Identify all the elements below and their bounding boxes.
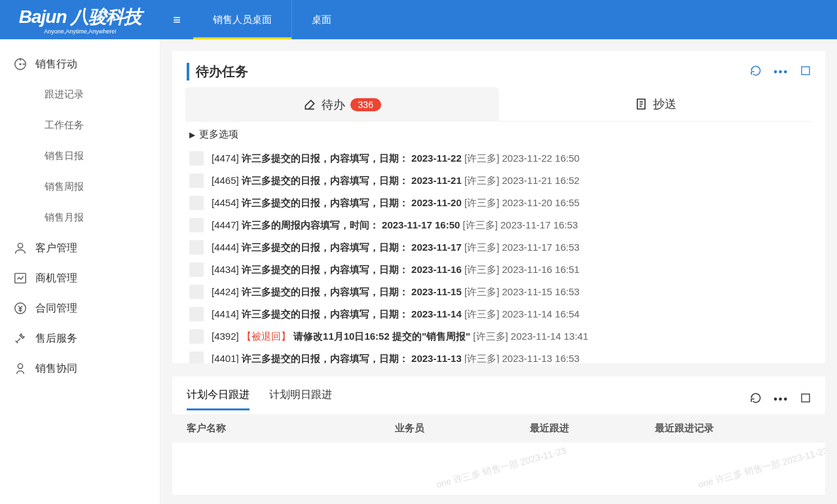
hamburger-icon[interactable]: ≡	[160, 12, 193, 27]
task-text: [4434] 许三多提交的日报，内容填写，日期： 2023-11-16 [许三多…	[212, 264, 580, 276]
refresh-icon[interactable]	[750, 392, 762, 406]
sidebar-label: 销售协同	[35, 362, 77, 376]
sidebar-item-customer[interactable]: 客户管理	[0, 233, 160, 263]
svg-point-5	[18, 364, 22, 369]
sidebar-item-opportunity[interactable]: 商机管理	[0, 263, 160, 293]
sidebar-item-aftersale[interactable]: 售后服务	[0, 323, 160, 353]
svg-point-1	[20, 63, 21, 65]
sidebar-label: 合同管理	[35, 302, 77, 315]
sidebar: 销售行动 跟进记录 工作任务 销售日报 销售周报 销售月报 客户管理 商机管理 …	[0, 39, 160, 504]
task-text: [4414] 许三多提交的日报，内容填写，日期： 2023-11-14 [许三多…	[212, 308, 580, 321]
task-row[interactable]: [4401] 许三多提交的日报，内容填写，日期： 2023-11-13 [许三多…	[189, 348, 808, 363]
sidebar-sub-tasks[interactable]: 工作任务	[0, 110, 160, 141]
target-icon	[13, 57, 28, 71]
task-text: [4392] 【被退回】 请修改11月10日16:52 提交的"销售周报" [许…	[212, 331, 588, 343]
task-checkbox[interactable]	[189, 307, 204, 321]
sidebar-item-collab[interactable]: 销售协同	[0, 353, 160, 384]
svg-point-2	[18, 243, 22, 248]
task-checkbox[interactable]	[189, 329, 204, 344]
tab-cc-label: 抄送	[653, 96, 677, 112]
tab-todo[interactable]: 待办 336	[185, 87, 499, 122]
task-checkbox[interactable]	[189, 173, 204, 188]
task-row[interactable]: [4454] 许三多提交的日报，内容填写，日期： 2023-11-20 [许三多…	[189, 192, 808, 214]
logo-tagline: Anyone,Anytime,Anywhere!	[44, 28, 117, 35]
yen-icon	[13, 301, 28, 315]
sidebar-sub-followup[interactable]: 跟进记录	[0, 79, 160, 110]
sidebar-sub-daily[interactable]: 销售日报	[0, 141, 160, 171]
tab-cc[interactable]: 抄送	[499, 87, 813, 122]
panel-title: 待办任务	[187, 63, 248, 81]
more-options-label: 更多选项	[199, 128, 238, 141]
logo: Bajun 八骏科技 Anyone,Anytime,Anywhere!	[0, 5, 160, 35]
task-list: [4474] 许三多提交的日报，内容填写，日期： 2023-11-22 [许三多…	[172, 147, 825, 363]
task-row[interactable]: [4444] 许三多提交的日报，内容填写，日期： 2023-11-17 [许三多…	[189, 236, 808, 259]
task-checkbox[interactable]	[189, 218, 204, 232]
more-icon[interactable]: •••	[773, 393, 789, 405]
svg-rect-8	[802, 394, 809, 402]
task-checkbox[interactable]	[189, 151, 204, 166]
plan-panel: 计划今日跟进 计划明日跟进 ••• 客户名称 业务员 最近跟进 最近跟进记录 o…	[172, 376, 825, 495]
sidebar-item-sales-action[interactable]: 销售行动	[0, 49, 160, 79]
subtab-tomorrow[interactable]: 计划明日跟进	[269, 388, 332, 410]
task-checkbox[interactable]	[189, 285, 204, 299]
task-text: [4474] 许三多提交的日报，内容填写，日期： 2023-11-22 [许三多…	[212, 153, 580, 165]
todo-panel: 待办任务 ••• 待办 336 抄送 ▶	[172, 51, 825, 363]
task-checkbox[interactable]	[189, 240, 204, 255]
maximize-icon[interactable]	[800, 65, 811, 79]
task-row[interactable]: [4447] 许三多的周报内容填写，时间： 2023-11-17 16:50 […	[189, 214, 808, 236]
col-recent: 最近跟进	[530, 422, 655, 435]
wrench-icon	[13, 331, 28, 346]
task-row[interactable]: [4434] 许三多提交的日报，内容填写，日期： 2023-11-16 [许三多…	[189, 259, 808, 281]
maximize-icon[interactable]	[800, 393, 811, 406]
panel-actions: •••	[750, 65, 811, 79]
task-row[interactable]: [4474] 许三多提交的日报，内容填写，日期： 2023-11-22 [许三多…	[189, 147, 808, 170]
task-checkbox[interactable]	[189, 196, 204, 210]
col-customer: 客户名称	[187, 422, 395, 435]
col-sales: 业务员	[395, 422, 530, 435]
task-text: [4424] 许三多提交的日报，内容填写，日期： 2023-11-15 [许三多…	[212, 286, 580, 298]
task-text: [4465] 许三多提交的日报，内容填写，日期： 2023-11-21 [许三多…	[212, 175, 580, 187]
triangle-right-icon: ▶	[189, 130, 195, 139]
refresh-icon[interactable]	[750, 65, 762, 79]
col-record: 最近跟进记录	[655, 422, 811, 435]
task-text: [4447] 许三多的周报内容填写，时间： 2023-11-17 16:50 […	[212, 219, 578, 232]
task-row[interactable]: [4392] 【被退回】 请修改11月10日16:52 提交的"销售周报" [许…	[189, 325, 808, 348]
logo-text: Bajun 八骏科技	[19, 5, 142, 29]
subtab-today[interactable]: 计划今日跟进	[187, 388, 250, 410]
plan-actions: •••	[750, 392, 811, 406]
task-row[interactable]: [4465] 许三多提交的日报，内容填写，日期： 2023-11-21 [许三多…	[189, 170, 808, 192]
task-row[interactable]: [4414] 许三多提交的日报，内容填写，日期： 2023-11-14 [许三多…	[189, 303, 808, 325]
more-options-toggle[interactable]: ▶ 更多选项	[172, 122, 825, 147]
person-icon	[13, 361, 28, 376]
tab-todo-label: 待办	[322, 97, 345, 113]
watermark-area: one 许三多 销售一部 2023-11-23 one 许三多 销售一部 202…	[172, 442, 825, 495]
content-area: 待办任务 ••• 待办 336 抄送 ▶	[160, 39, 837, 504]
chart-icon	[13, 271, 28, 285]
sidebar-item-contract[interactable]: 合同管理	[0, 293, 160, 323]
app-header: Bajun 八骏科技 Anyone,Anytime,Anywhere! ≡ 销售…	[0, 0, 837, 39]
more-icon[interactable]: •••	[773, 66, 789, 78]
watermark-text: one 许三多 销售一部 2023-11-23	[435, 445, 567, 491]
todo-count-badge: 336	[350, 98, 381, 111]
svg-rect-6	[802, 67, 809, 75]
sidebar-label: 销售行动	[35, 58, 77, 71]
table-header: 客户名称 业务员 最近跟进 最近跟进记录	[172, 414, 825, 442]
edit-icon	[303, 98, 316, 111]
doc-icon	[635, 98, 648, 111]
task-row[interactable]: [4424] 许三多提交的日报，内容填写，日期： 2023-11-15 [许三多…	[189, 281, 808, 303]
task-checkbox[interactable]	[189, 351, 204, 363]
task-text: [4401] 许三多提交的日报，内容填写，日期： 2023-11-13 [许三多…	[212, 353, 580, 364]
task-text: [4454] 许三多提交的日报，内容填写，日期： 2023-11-20 [许三多…	[212, 197, 580, 209]
sidebar-label: 售后服务	[35, 332, 77, 346]
sidebar-sub-monthly[interactable]: 销售月报	[0, 202, 160, 233]
sidebar-sub-weekly[interactable]: 销售周报	[0, 171, 160, 202]
sidebar-label: 商机管理	[35, 272, 77, 285]
watermark-text: one 许三多 销售一部 2023-11-23	[697, 445, 825, 491]
header-tab-desktop[interactable]: 桌面	[291, 0, 351, 39]
task-checkbox[interactable]	[189, 262, 204, 277]
header-tab-sales-desktop[interactable]: 销售人员桌面	[193, 0, 291, 39]
user-icon	[13, 241, 28, 255]
sidebar-label: 客户管理	[35, 242, 77, 255]
task-text: [4444] 许三多提交的日报，内容填写，日期： 2023-11-17 [许三多…	[212, 242, 580, 254]
